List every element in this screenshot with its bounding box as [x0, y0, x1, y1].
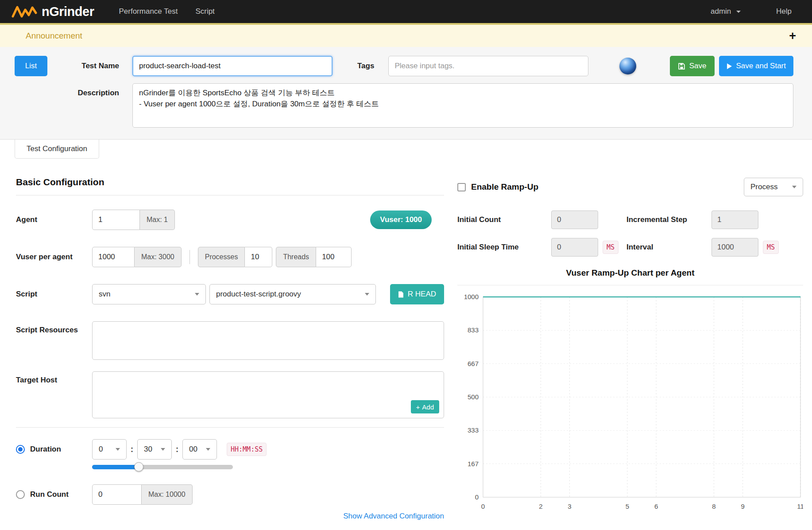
- rampup-section: Enable Ramp-Up Process Initial Count 0 I…: [457, 177, 803, 521]
- chevron-down-icon: [206, 448, 210, 451]
- ms-unit-chip: MS: [763, 241, 779, 254]
- brand[interactable]: nGrinder: [12, 4, 94, 19]
- processes-input[interactable]: [245, 247, 272, 267]
- nav-help[interactable]: Help: [767, 7, 800, 16]
- nav-script[interactable]: Script: [186, 7, 223, 16]
- run-count-radio[interactable]: [16, 490, 25, 499]
- show-advanced-link[interactable]: Show Advanced Configuration: [16, 512, 444, 521]
- rhead-button-label: R HEAD: [408, 290, 436, 299]
- svg-text:0: 0: [475, 493, 479, 501]
- announcement-title: Announcement: [26, 31, 82, 41]
- rhead-button[interactable]: R HEAD: [390, 284, 444, 304]
- chevron-down-icon: [195, 293, 199, 296]
- duration-hour-value: 0: [99, 445, 103, 454]
- script-file-select[interactable]: product-test-script.groovy: [209, 284, 376, 304]
- navbar: nGrinder Performance Test Script admin H…: [0, 0, 812, 23]
- save-button-label: Save: [689, 62, 707, 70]
- script-label: Script: [16, 290, 92, 299]
- svg-text:5: 5: [626, 503, 629, 510]
- svg-text:0: 0: [481, 503, 485, 510]
- file-icon: [398, 291, 404, 298]
- incremental-step-input[interactable]: 1: [711, 210, 758, 229]
- basic-configuration-section: Basic Configuration Agent Max: 1 Vuser: …: [16, 177, 444, 521]
- svg-text:8: 8: [712, 503, 715, 510]
- target-host-box[interactable]: + Add: [92, 371, 444, 418]
- duration-hour-select[interactable]: 0: [92, 439, 127, 460]
- rampup-chart-title: Vuser Ramp-Up Chart per Agent: [457, 268, 803, 285]
- rampup-fields: Initial Count 0 Incremental Step 1 Initi…: [457, 210, 803, 257]
- description-textarea[interactable]: nGrinder를 이용한 SportsEcho 상품 검색 기능 부하 테스트…: [132, 83, 793, 128]
- nav-performance-test[interactable]: Performance Test: [110, 7, 186, 16]
- duration-second-value: 00: [189, 445, 197, 454]
- vuser-per-agent-label: Vuser per agent: [16, 253, 92, 261]
- duration-row: Duration 0 : 30 : 00 HH:MM:SS: [16, 439, 444, 460]
- initial-count-input[interactable]: 0: [551, 210, 598, 229]
- main-content: Basic Configuration Agent Max: 1 Vuser: …: [0, 160, 812, 521]
- main-nav: Performance Test Script: [110, 7, 223, 16]
- initial-sleep-input[interactable]: 0: [551, 238, 598, 257]
- script-repo-select[interactable]: svn: [92, 284, 206, 304]
- script-repo-value: svn: [99, 290, 110, 299]
- svg-text:1000: 1000: [464, 293, 479, 300]
- rampup-chart: 01673335006678331000023568911: [457, 291, 803, 518]
- announcement-expand-icon[interactable]: +: [783, 30, 802, 42]
- duration-second-select[interactable]: 00: [182, 439, 217, 460]
- list-button[interactable]: List: [15, 56, 47, 76]
- agent-label: Agent: [16, 215, 92, 224]
- agent-max-addon: Max: 1: [140, 210, 175, 230]
- add-host-button[interactable]: + Add: [411, 400, 439, 413]
- test-name-label: Test Name: [47, 62, 119, 70]
- chevron-down-icon: [736, 11, 741, 13]
- description-label: Description: [15, 83, 119, 97]
- chevron-down-icon: [116, 448, 120, 451]
- time-separator: :: [131, 445, 133, 454]
- vuser-max-addon: Max: 3000: [135, 247, 182, 267]
- svg-text:167: 167: [468, 460, 479, 468]
- duration-radio[interactable]: [16, 445, 25, 454]
- script-resources-row: Script Resources: [16, 321, 444, 360]
- initial-count-label: Initial Count: [457, 215, 551, 224]
- svg-text:11: 11: [797, 503, 803, 510]
- agent-input[interactable]: [92, 210, 140, 230]
- tab-test-configuration[interactable]: Test Configuration: [15, 140, 99, 159]
- script-resources-label: Script Resources: [16, 321, 92, 335]
- interval-input[interactable]: 1000: [711, 238, 758, 257]
- vuser-per-agent-input[interactable]: [92, 247, 135, 267]
- run-count-label: Run Count: [30, 490, 69, 499]
- basic-configuration-title: Basic Configuration: [16, 177, 444, 195]
- plus-icon: +: [416, 403, 420, 411]
- test-name-input[interactable]: [132, 56, 333, 76]
- initial-sleep-label: Initial Sleep Time: [457, 243, 551, 252]
- duration-slider-thumb[interactable]: [134, 462, 143, 472]
- duration-slider[interactable]: [92, 465, 233, 469]
- run-count-input[interactable]: [92, 484, 142, 505]
- svg-text:333: 333: [468, 426, 479, 434]
- tags-input[interactable]: [388, 56, 588, 76]
- incremental-step-label: Incremental Step: [626, 215, 711, 224]
- target-host-label: Target Host: [16, 371, 92, 385]
- threads-input[interactable]: [316, 247, 352, 267]
- test-header-panel: List Test Name Tags Save Save and Start …: [0, 47, 812, 140]
- rampup-type-select[interactable]: Process: [744, 178, 803, 196]
- svg-text:6: 6: [654, 503, 658, 510]
- add-host-label: Add: [422, 403, 434, 411]
- save-and-start-label: Save and Start: [736, 62, 786, 70]
- enable-rampup-checkbox[interactable]: [457, 183, 466, 191]
- run-count-max-addon: Max: 10000: [142, 484, 193, 505]
- save-button[interactable]: Save: [670, 56, 715, 76]
- duration-minute-select[interactable]: 30: [137, 439, 172, 460]
- ngrinder-logo-icon: [12, 4, 37, 19]
- user-menu-label: admin: [711, 7, 731, 16]
- svg-text:9: 9: [741, 503, 744, 510]
- save-and-start-button[interactable]: Save and Start: [719, 56, 793, 76]
- vuser-total-badge: Vuser: 1000: [370, 210, 432, 229]
- tab-bar: Test Configuration: [0, 140, 812, 160]
- time-separator: :: [176, 445, 178, 454]
- svg-text:500: 500: [468, 393, 479, 401]
- script-resources-box[interactable]: [92, 321, 444, 360]
- user-menu[interactable]: admin: [702, 7, 750, 16]
- interval-label: Interval: [626, 243, 711, 252]
- brand-name: nGrinder: [42, 4, 94, 19]
- processes-label: Processes: [198, 247, 245, 267]
- play-icon: [727, 63, 732, 70]
